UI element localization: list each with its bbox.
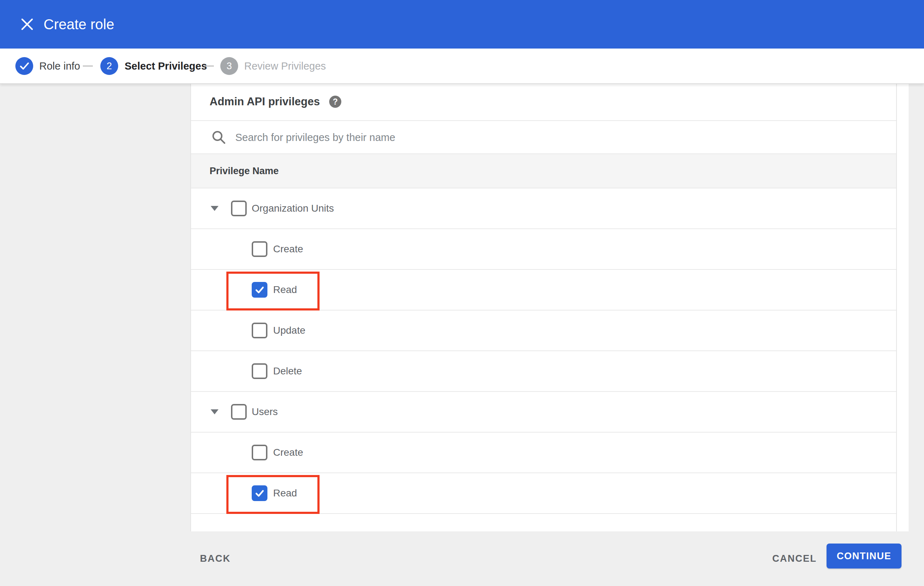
privileges-card: Admin API privileges ? Privilege Name [190,83,909,532]
privilege-row-delete: Delete [191,351,896,392]
check-icon [253,487,266,500]
privilege-checkbox[interactable] [231,404,247,420]
check-icon [253,283,266,296]
privilege-label: Delete [273,365,302,377]
help-circle-icon[interactable]: ? [329,95,342,108]
privilege-label: Read [273,284,297,296]
create-role-dialog: Create role Role info 2 Select Privilege… [0,0,924,586]
clipped-row [191,514,896,532]
triangle-down-icon[interactable] [211,206,218,211]
privileges-card-content: Admin API privileges ? Privilege Name [191,83,897,532]
privilege-name-column-header: Privilege Name [210,166,279,177]
wizard-stepper: Role info 2 Select Privileges 3 Review P… [0,49,924,84]
app-bar: Create role [0,0,924,49]
privilege-row-read: Read [191,473,896,514]
table-header-row: Privilege Name [191,153,896,188]
step-connector [83,65,93,66]
privilege-search-row [191,120,896,153]
privilege-row-users: Users [191,392,896,433]
continue-button[interactable]: CONTINUE [827,543,901,568]
dialog-title: Create role [44,0,114,49]
step-3-badge: 3 [220,57,238,75]
step-2-badge[interactable]: 2 [100,57,118,75]
step-connector [204,65,214,66]
privilege-label: Read [273,487,297,499]
privilege-label: Users [252,406,278,418]
privilege-label: Organization Units [252,203,334,214]
back-button[interactable]: BACK [200,532,231,586]
privilege-checkbox[interactable] [252,241,267,257]
check-icon [15,57,33,75]
section-title-row: Admin API privileges ? [191,83,896,120]
search-input[interactable] [234,121,843,154]
step-1-label[interactable]: Role info [39,60,80,72]
privilege-rows: Organization Units Create Read Update [191,188,896,514]
privilege-row-read: Read [191,270,896,311]
privilege-row-create: Create [191,433,896,473]
privilege-checkbox[interactable] [252,486,267,501]
step-3-label: Review Privileges [244,60,326,72]
search-icon [211,129,227,146]
privilege-checkbox[interactable] [252,282,267,298]
section-title: Admin API privileges [210,95,320,108]
step-1-check-icon[interactable] [15,57,33,75]
step-2-label[interactable]: Select Privileges [125,60,207,72]
privilege-row-update: Update [191,311,896,351]
privilege-checkbox[interactable] [252,363,267,379]
privilege-checkbox[interactable] [252,444,267,460]
privilege-checkbox[interactable] [252,323,267,338]
dialog-footer: BACK CANCEL CONTINUE [0,532,924,586]
privilege-row-create: Create [191,229,896,270]
close-icon-glyph [18,15,36,33]
privilege-checkbox[interactable] [231,201,247,216]
triangle-down-icon[interactable] [211,409,218,414]
privilege-label: Update [273,325,305,336]
privilege-label: Create [273,447,303,458]
privilege-row-organization-units: Organization Units [191,188,896,229]
close-icon[interactable] [18,15,36,33]
privilege-label: Create [273,244,303,255]
cancel-button[interactable]: CANCEL [772,532,817,586]
